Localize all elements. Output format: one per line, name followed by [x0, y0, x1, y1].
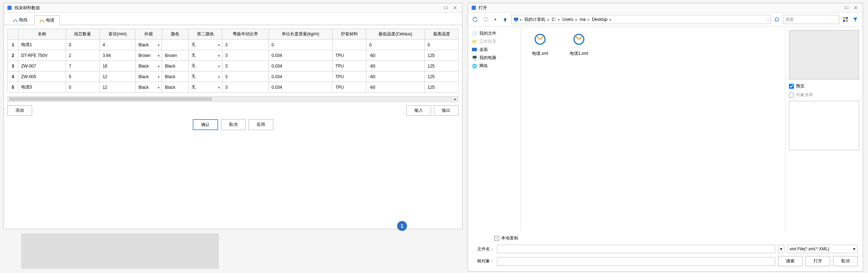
open-cancel-button[interactable]: 取消 — [833, 256, 858, 266]
cell-tmax[interactable]: 125 — [425, 50, 459, 61]
cell-bend[interactable]: 3 — [222, 50, 269, 61]
cell-jacket[interactable]: TPU — [333, 61, 366, 71]
tree-desktop[interactable]: 桌面 — [471, 46, 518, 54]
export-button[interactable]: 输出 — [434, 105, 459, 116]
crumb-mycomputer[interactable]: 我的计算机 — [523, 17, 547, 23]
chevron-down-icon[interactable]: ⌵ — [767, 17, 769, 22]
cancel-button[interactable]: 取消 — [221, 119, 246, 130]
search-button[interactable]: 搜索 — [778, 256, 803, 266]
cell-tmin[interactable]: -60 — [366, 71, 424, 82]
cell-jacket[interactable]: TPU — [333, 50, 366, 61]
cell-appearance-dropdown[interactable]: Brown — [136, 50, 162, 61]
cell-bend[interactable]: 3 — [222, 71, 269, 82]
cell-name[interactable]: 电缆1 — [18, 40, 66, 50]
horizontal-scrollbar[interactable]: ◂ ▸ — [7, 96, 459, 102]
cell-color[interactable]: Black — [162, 82, 188, 93]
cell-color[interactable]: Black — [162, 71, 188, 82]
cell-color[interactable]: Black — [162, 61, 188, 71]
crumb-c[interactable]: C: — [550, 17, 557, 22]
cell-jacket[interactable] — [333, 40, 366, 50]
cell-name[interactable]: ZW-005 — [18, 71, 66, 82]
close-icon[interactable] — [851, 5, 860, 11]
cell-color2-dropdown[interactable]: 无 — [188, 61, 222, 71]
filter-icon[interactable] — [851, 16, 859, 23]
cell-mass[interactable]: 0.034 — [269, 82, 333, 93]
chevron-down-icon[interactable]: ▾ — [778, 245, 784, 253]
crumb-users[interactable]: Users — [561, 17, 575, 22]
cell-jacket[interactable]: TPU — [333, 71, 366, 82]
cell-cores[interactable]: 2 — [66, 50, 100, 61]
cell-bend[interactable]: 3 — [222, 82, 269, 93]
cell-name[interactable]: DT-RFE 750V — [18, 50, 66, 61]
open-button[interactable]: 打开 — [806, 256, 830, 266]
minimize-icon[interactable] — [842, 5, 851, 11]
rootobj-input[interactable] — [497, 257, 775, 266]
minimize-icon[interactable] — [442, 5, 450, 11]
file-item[interactable]: 电缆1.xml — [565, 31, 593, 57]
cell-bend[interactable]: 3 — [222, 40, 269, 50]
scroll-right-arrow-icon[interactable]: ▸ — [453, 97, 458, 101]
cell-bend[interactable]: 3 — [222, 61, 269, 71]
table-row[interactable]: 5电缆5012BlackBlack无30.034TPU-60125 — [8, 82, 459, 93]
cell-tmax[interactable]: 125 — [425, 71, 459, 82]
table-row[interactable]: 3ZW-007716BlackBlack无30.034TPU-60125 — [8, 61, 459, 71]
cell-appearance-dropdown[interactable]: Black — [136, 82, 162, 93]
table-row[interactable]: 1电缆104Black无3000 — [8, 40, 459, 50]
table-row[interactable]: 2DT-RFE 750V23.84BrownBrown无30.034TPU-60… — [8, 50, 459, 61]
cell-diameter[interactable]: 12 — [100, 82, 136, 93]
cell-mass[interactable]: 0.034 — [269, 61, 333, 71]
file-item[interactable]: 电缆.xml — [526, 31, 554, 57]
cell-cores[interactable]: 7 — [66, 61, 100, 71]
cell-color2-dropdown[interactable]: 无 — [188, 50, 222, 61]
crumb-ma[interactable]: ma — [578, 17, 587, 22]
cell-cores[interactable]: 0 — [66, 82, 100, 93]
import-button[interactable]: 输入 — [406, 105, 431, 116]
cell-appearance-dropdown[interactable]: Black — [136, 71, 162, 82]
cell-color2-dropdown[interactable]: 无 — [188, 82, 222, 93]
cell-diameter[interactable]: 4 — [100, 40, 136, 50]
cell-color[interactable] — [162, 40, 188, 50]
cell-name[interactable]: ZW-007 — [18, 61, 66, 71]
cell-mass[interactable]: 0.034 — [269, 50, 333, 61]
cell-tmax[interactable]: 0 — [425, 40, 459, 50]
add-button[interactable]: 添加 — [7, 105, 32, 116]
scroll-thumb[interactable] — [9, 97, 212, 101]
ok-button[interactable]: 确认 — [193, 119, 218, 130]
back-icon[interactable] — [472, 16, 479, 23]
view-icon[interactable] — [842, 16, 849, 23]
table-row[interactable]: 4ZW-005512BlackBlack无30.034TPU-60125 — [8, 71, 459, 82]
refresh-icon[interactable] — [773, 16, 781, 23]
forward-icon[interactable] — [481, 16, 489, 23]
cell-color[interactable]: Brown — [162, 50, 188, 61]
cell-appearance-dropdown[interactable]: Black — [136, 40, 162, 50]
crumb-desktop[interactable]: Desktop — [591, 17, 609, 22]
cell-tmin[interactable]: -60 — [366, 61, 424, 71]
cell-tmin[interactable]: -60 — [366, 82, 424, 93]
cell-cores[interactable]: 0 — [66, 40, 100, 50]
cell-cores[interactable]: 5 — [66, 71, 100, 82]
up-icon[interactable] — [501, 16, 509, 23]
localcopy-checkbox[interactable] — [494, 236, 499, 241]
filename-input[interactable] — [497, 245, 775, 253]
recent-dropdown-icon[interactable]: ▾ — [491, 16, 499, 23]
search-input[interactable]: 搜索 — [783, 15, 839, 24]
cell-color2-dropdown[interactable]: 无 — [188, 71, 222, 82]
cell-mass[interactable]: 0 — [269, 40, 333, 50]
cell-diameter[interactable]: 12 — [100, 71, 136, 82]
close-icon[interactable] — [451, 5, 459, 11]
preview-checkbox[interactable]: 预览 — [789, 83, 859, 89]
cell-diameter[interactable]: 3.84 — [100, 50, 136, 61]
cell-appearance-dropdown[interactable]: Black — [136, 61, 162, 71]
breadcrumb-bar[interactable]: ▸ 我的计算机 ▸ C: ▸ Users ▸ ma ▸ Desktop ▸ ⌵ — [511, 15, 771, 24]
filetype-combo[interactable]: xml File(*.xml;*.XML)▾ — [787, 245, 858, 253]
cell-color2-dropdown[interactable]: 无 — [188, 40, 222, 50]
cell-jacket[interactable]: TPU — [333, 82, 366, 93]
tab-cable[interactable]: 电缆 — [34, 15, 60, 25]
cell-tmax[interactable]: 125 — [425, 82, 459, 93]
cell-mass[interactable]: 0.034 — [269, 71, 333, 82]
tree-mycomputer[interactable]: 🖥️我的电脑 — [471, 54, 518, 62]
tree-myfiles[interactable]: 📄我的文件 — [471, 29, 518, 37]
objectlist-checkbox-input[interactable] — [789, 93, 794, 98]
cell-diameter[interactable]: 16 — [100, 61, 136, 71]
cell-tmax[interactable]: 125 — [425, 61, 459, 71]
